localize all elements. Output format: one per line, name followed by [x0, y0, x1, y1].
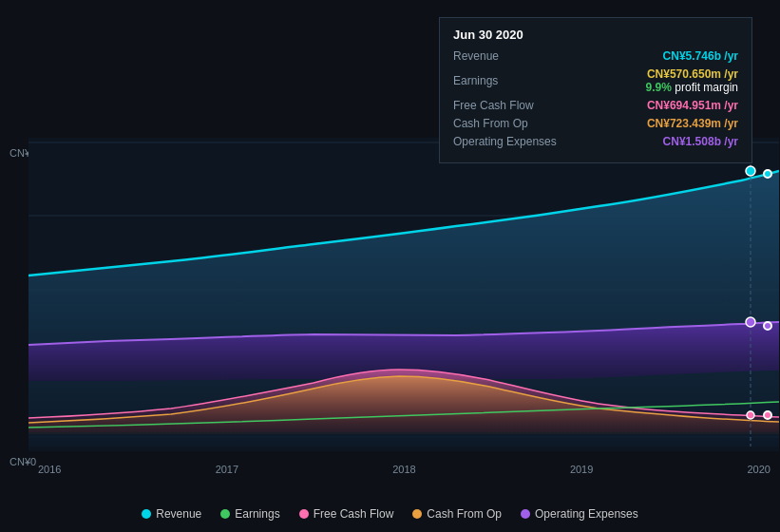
legend-opex-dot: [521, 509, 530, 519]
y-label-bottom: CN¥0: [10, 456, 36, 467]
tooltip-revenue-row: Revenue CN¥5.746b /yr: [453, 49, 738, 63]
tooltip-revenue-value: CN¥5.746b /yr: [663, 49, 738, 63]
legend-earnings-label: Earnings: [235, 507, 279, 521]
legend-revenue-dot: [142, 509, 151, 519]
tooltip-earnings-value: CN¥570.650m /yr: [647, 67, 738, 81]
svg-point-8: [746, 317, 755, 327]
legend-cashfromop-label: Cash From Op: [427, 507, 502, 521]
tooltip-earnings-label: Earnings: [453, 74, 577, 87]
legend-fcf[interactable]: Free Cash Flow: [299, 507, 394, 521]
tooltip-opex-label: Operating Expenses: [453, 135, 577, 148]
legend-earnings-dot: [220, 509, 230, 519]
legend-earnings[interactable]: Earnings: [220, 507, 279, 521]
svg-point-9: [747, 411, 754, 419]
tooltip-opex-row: Operating Expenses CN¥1.508b /yr: [453, 135, 738, 148]
tooltip-cashfromop-label: Cash From Op: [453, 117, 577, 130]
legend-fcf-label: Free Cash Flow: [314, 507, 394, 521]
legend-revenue-label: Revenue: [156, 507, 201, 521]
x-label-2017: 2017: [216, 464, 238, 475]
tooltip-opex-value: CN¥1.508b /yr: [663, 135, 738, 148]
tooltip-cashfromop-value: CN¥723.439m /yr: [647, 117, 738, 130]
data-tooltip: Jun 30 2020 Revenue CN¥5.746b /yr Earnin…: [439, 17, 752, 163]
opex-indicator: [763, 321, 772, 331]
legend-revenue[interactable]: Revenue: [142, 507, 201, 521]
chart-legend: Revenue Earnings Free Cash Flow Cash Fro…: [0, 507, 780, 521]
legend-fcf-dot: [299, 509, 309, 519]
chart-svg: [29, 138, 779, 451]
tooltip-fcf-row: Free Cash Flow CN¥694.951m /yr: [453, 99, 738, 112]
x-axis-labels: 2016 2017 2018 2019 2020: [38, 464, 770, 475]
fcf-indicator: [763, 410, 772, 420]
legend-opex-label: Operating Expenses: [535, 507, 638, 521]
svg-point-7: [746, 166, 755, 176]
tooltip-title: Jun 30 2020: [453, 28, 738, 42]
tooltip-fcf-value: CN¥694.951m /yr: [647, 99, 738, 112]
legend-cashfromop[interactable]: Cash From Op: [412, 507, 502, 521]
legend-opex[interactable]: Operating Expenses: [521, 507, 638, 521]
legend-cashfromop-dot: [412, 509, 422, 519]
x-label-2016: 2016: [38, 464, 61, 475]
x-label-2018: 2018: [392, 464, 415, 475]
x-label-2019: 2019: [570, 464, 593, 475]
revenue-indicator: [763, 169, 772, 179]
tooltip-revenue-label: Revenue: [453, 49, 577, 63]
tooltip-fcf-label: Free Cash Flow: [453, 99, 577, 112]
tooltip-earnings-row: Earnings CN¥570.650m /yr 9.9% profit mar…: [453, 67, 738, 94]
x-label-2020: 2020: [748, 464, 770, 475]
tooltip-cashfromop-row: Cash From Op CN¥723.439m /yr: [453, 117, 738, 130]
tooltip-profit-margin: 9.9% profit margin: [639, 81, 738, 94]
